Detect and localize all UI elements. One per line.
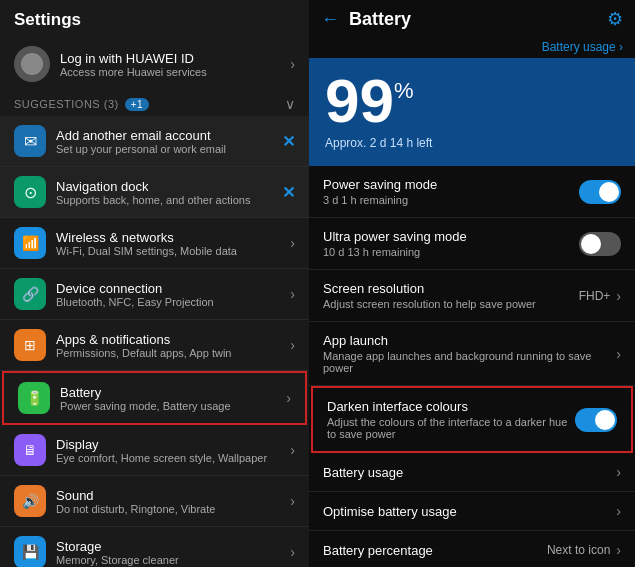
- battery-header: ← Battery ⚙: [309, 0, 635, 38]
- settings-item-subtitle-5: Do not disturb, Ringtone, Vibrate: [56, 503, 215, 515]
- right-item-subtitle-1: 10 d 13 h remaining: [323, 246, 579, 258]
- settings-item-title-4: Display: [56, 437, 267, 452]
- settings-icon-3: 🔋: [18, 382, 50, 414]
- chevron-right-icon: ›: [290, 442, 295, 458]
- close-icon[interactable]: ✕: [282, 183, 295, 202]
- settings-item-title-6: Storage: [56, 539, 179, 554]
- settings-item-title-3: Battery: [60, 385, 231, 400]
- settings-item-title-2: Apps & notifications: [56, 332, 231, 347]
- right-item-title-7: Battery percentage: [323, 543, 547, 558]
- settings-item-title-5: Sound: [56, 488, 215, 503]
- battery-page-title: Battery: [349, 9, 411, 30]
- settings-item-subtitle-6: Memory, Storage cleaner: [56, 554, 179, 566]
- settings-icon-2: ⊞: [14, 329, 46, 361]
- chevron-right-icon: ›: [616, 503, 621, 519]
- item-value-7: Next to icon: [547, 543, 610, 557]
- settings-item-title-0: Wireless & networks: [56, 230, 237, 245]
- back-arrow-icon[interactable]: ←: [321, 9, 339, 30]
- chevron-right-icon: ›: [290, 493, 295, 509]
- right-item-power-saving-mode[interactable]: Power saving mode 3 d 1 h remaining: [309, 166, 635, 218]
- expand-icon[interactable]: ∨: [285, 96, 296, 112]
- right-item-app-launch[interactable]: App launch Manage app launches and backg…: [309, 322, 635, 386]
- settings-item-wireless--networks[interactable]: 📶 Wireless & networks Wi-Fi, Dual SIM se…: [0, 218, 309, 269]
- right-item-screen-resolution[interactable]: Screen resolution Adjust screen resoluti…: [309, 270, 635, 322]
- settings-item-apps--notifications[interactable]: ⊞ Apps & notifications Permissions, Defa…: [0, 320, 309, 371]
- settings-icon-4: 🖥: [14, 434, 46, 466]
- settings-item-title-1: Device connection: [56, 281, 214, 296]
- settings-item-storage[interactable]: 💾 Storage Memory, Storage cleaner ›: [0, 527, 309, 567]
- settings-item-subtitle-4: Eye comfort, Home screen style, Wallpape…: [56, 452, 267, 464]
- right-item-title-4: Darken interface colours: [327, 399, 575, 414]
- settings-item-subtitle-2: Permissions, Default apps, App twin: [56, 347, 231, 359]
- battery-usage-header-link[interactable]: Battery usage ›: [309, 38, 635, 58]
- right-item-optimise-battery-usage[interactable]: Optimise battery usage ›: [309, 492, 635, 531]
- settings-item-battery[interactable]: 🔋 Battery Power saving mode, Battery usa…: [2, 371, 307, 425]
- huawei-id-subtitle: Access more Huawei services: [60, 66, 207, 78]
- right-item-title-5: Battery usage: [323, 465, 610, 480]
- right-item-subtitle-3: Manage app launches and background runni…: [323, 350, 610, 374]
- huawei-id-title: Log in with HUAWEI ID: [60, 51, 207, 66]
- settings-item-subtitle-0: Wi-Fi, Dual SIM settings, Mobile data: [56, 245, 237, 257]
- toggle-4[interactable]: [575, 408, 617, 432]
- suggestion-item-email[interactable]: ✉ Add another email account Set up your …: [0, 116, 309, 167]
- right-item-title-2: Screen resolution: [323, 281, 579, 296]
- toggle-1[interactable]: [579, 232, 621, 256]
- settings-item-subtitle-1: Bluetooth, NFC, Easy Projection: [56, 296, 214, 308]
- item-value-2: FHD+: [579, 289, 611, 303]
- settings-items-list: 📶 Wireless & networks Wi-Fi, Dual SIM se…: [0, 218, 309, 567]
- right-item-subtitle-2: Adjust screen resolution to help save po…: [323, 298, 579, 310]
- right-item-title-6: Optimise battery usage: [323, 504, 610, 519]
- right-item-title-3: App launch: [323, 333, 610, 348]
- suggestion-nav-subtitle: Supports back, home, and other actions: [56, 194, 250, 206]
- huawei-id-row[interactable]: Log in with HUAWEI ID Access more Huawei…: [0, 38, 309, 90]
- right-panel: ← Battery ⚙ Battery usage › 99% Approx. …: [309, 0, 635, 567]
- chevron-right-icon: ›: [286, 390, 291, 406]
- suggestions-header: SUGGESTIONS (3) +1 ∨: [0, 90, 309, 116]
- chevron-right-icon: ›: [616, 346, 621, 362]
- avatar: [14, 46, 50, 82]
- settings-icon-0: 📶: [14, 227, 46, 259]
- settings-icon-6: 💾: [14, 536, 46, 567]
- right-item-ultra-power-saving-mode[interactable]: Ultra power saving mode 10 d 13 h remain…: [309, 218, 635, 270]
- settings-item-display[interactable]: 🖥 Display Eye comfort, Home screen style…: [0, 425, 309, 476]
- toggle-0[interactable]: [579, 180, 621, 204]
- right-item-subtitle-4: Adjust the colours of the interface to a…: [327, 416, 575, 440]
- suggestion-email-title: Add another email account: [56, 128, 226, 143]
- suggestion-item-nav[interactable]: ⊙ Navigation dock Supports back, home, a…: [0, 167, 309, 218]
- chevron-right-icon: ›: [290, 56, 295, 72]
- settings-icon-5: 🔊: [14, 485, 46, 517]
- settings-item-device-connection[interactable]: 🔗 Device connection Bluetooth, NFC, Easy…: [0, 269, 309, 320]
- battery-time: Approx. 2 d 14 h left: [325, 136, 619, 150]
- right-item-subtitle-0: 3 d 1 h remaining: [323, 194, 579, 206]
- chevron-right-icon: ›: [290, 235, 295, 251]
- email-icon: ✉: [14, 125, 46, 157]
- settings-item-sound[interactable]: 🔊 Sound Do not disturb, Ringtone, Vibrat…: [0, 476, 309, 527]
- right-item-title-0: Power saving mode: [323, 177, 579, 192]
- suggestions-badge: +1: [125, 98, 149, 111]
- left-panel: Settings Log in with HUAWEI ID Access mo…: [0, 0, 309, 567]
- chevron-right-icon: ›: [290, 337, 295, 353]
- battery-percent: 99%: [325, 70, 619, 132]
- right-item-battery-percentage[interactable]: Battery percentage Next to icon›: [309, 531, 635, 567]
- battery-settings-list: Power saving mode 3 d 1 h remaining Ultr…: [309, 166, 635, 567]
- close-icon[interactable]: ✕: [282, 132, 295, 151]
- right-item-battery-usage[interactable]: Battery usage ›: [309, 453, 635, 492]
- nav-icon: ⊙: [14, 176, 46, 208]
- gear-icon[interactable]: ⚙: [607, 8, 623, 30]
- battery-level-section: 99% Approx. 2 d 14 h left: [309, 58, 635, 166]
- settings-title: Settings: [0, 0, 309, 38]
- chevron-right-icon: ›: [616, 288, 621, 304]
- chevron-right-icon: ›: [616, 464, 621, 480]
- settings-icon-1: 🔗: [14, 278, 46, 310]
- settings-item-subtitle-3: Power saving mode, Battery usage: [60, 400, 231, 412]
- chevron-right-icon: ›: [616, 542, 621, 558]
- chevron-right-icon: ›: [290, 544, 295, 560]
- suggestion-nav-title: Navigation dock: [56, 179, 250, 194]
- chevron-right-icon: ›: [290, 286, 295, 302]
- right-item-darken-interface-colours[interactable]: Darken interface colours Adjust the colo…: [311, 386, 633, 453]
- right-item-title-1: Ultra power saving mode: [323, 229, 579, 244]
- suggestion-email-subtitle: Set up your personal or work email: [56, 143, 226, 155]
